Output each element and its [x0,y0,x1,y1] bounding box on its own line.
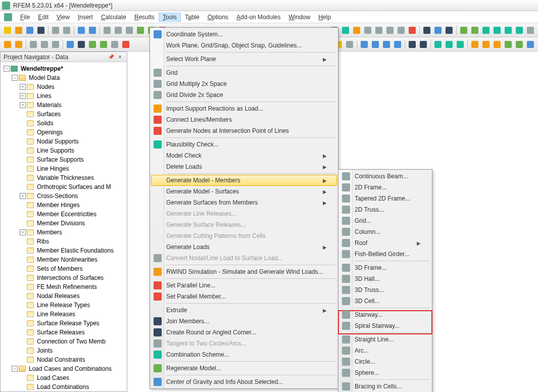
tb2-r14[interactable] [470,39,480,50]
tb-r14[interactable] [481,25,491,35]
menuitem-combination-scheme[interactable]: Combination Scheme... [151,349,337,360]
tree-item[interactable]: +Lines [2,91,126,101]
tree-item[interactable]: Line Releases [2,310,126,319]
tree-group-load[interactable]: − Load Cases and Combinations [2,364,126,373]
tb2-9[interactable] [99,39,109,50]
tb-r2[interactable] [340,25,351,35]
menuitem-grid-divide-2x-space[interactable]: Grid Divide 2x Space [151,89,337,101]
menuitem-join-members[interactable]: Join Members... [151,316,337,327]
expander-icon[interactable]: + [20,102,26,108]
tb-r9[interactable] [422,25,432,35]
tree-item[interactable]: Orthotropic Surfaces and M [2,182,126,191]
tb-open[interactable] [14,25,24,35]
tb-r3[interactable] [352,25,362,35]
tree-item[interactable]: +Nodes [2,82,126,91]
tree-item[interactable]: +Cross-Sections [2,191,126,201]
tb-r16[interactable] [503,25,513,35]
tb-copy[interactable] [113,25,123,35]
menuitem-tapered-2d-frame[interactable]: Tapered 2D Frame... [339,193,431,204]
tree-item[interactable]: Intersections of Surfaces [2,273,126,282]
tb2-r5[interactable] [359,39,369,50]
tb-r13[interactable] [470,25,480,35]
tree-item[interactable]: Nodal Releases [2,291,126,301]
expander-icon[interactable]: + [20,93,26,99]
tree-item[interactable]: Member Nonlinearities [2,255,126,264]
menu-insert[interactable]: Insert [74,13,97,22]
menuitem-3d-cell[interactable]: 3D Cell... [339,296,431,307]
tb2-7[interactable] [76,39,86,50]
menu-window[interactable]: Window [284,13,314,22]
tree-item[interactable]: Line Release Types [2,301,126,310]
tree-group-model[interactable]: − Model Data [2,73,126,82]
tb-r7[interactable] [396,25,406,35]
menuitem-3d-frame[interactable]: 3D Frame... [339,262,431,273]
tb2-8[interactable] [87,39,97,50]
menuitem-2d-truss[interactable]: 2D Truss... [339,204,431,215]
menuitem-generate-model-members[interactable]: Generate Model - Members▶ [151,175,337,186]
pin-icon[interactable]: 📌 [106,54,116,60]
menuitem-center-of-gravity-and-info-about-selected[interactable]: Center of Gravity and Info About Selecte… [151,376,337,387]
tb2-4[interactable] [39,39,50,50]
tb-a[interactable] [135,25,145,35]
tree-item[interactable]: Load Cases [2,373,126,382]
tree-item[interactable]: Joints [2,346,126,355]
tb2-11[interactable] [121,39,131,50]
expander-icon[interactable]: + [20,193,26,199]
menuitem-regenerate-model[interactable]: Regenerate Model... [151,363,337,374]
tree-item[interactable]: Connection of Two Memb [2,337,126,346]
tree-item[interactable]: Member Hinges [2,201,126,210]
tree-item[interactable]: +Materials [2,101,126,110]
menuitem-3d-hall[interactable]: 3D Hall... [339,273,431,284]
tb-new[interactable] [3,25,13,35]
tree-item[interactable]: Surface Supports [2,155,126,164]
tb2-5[interactable] [51,39,61,50]
menuitem-circle[interactable]: Circle... [339,356,431,367]
tb-preview[interactable] [62,25,72,35]
menuitem-fish-bellied-girder[interactable]: Fish-Bellied Girder... [339,249,431,260]
tb-r11[interactable] [444,25,454,35]
tb-redo[interactable] [87,25,97,35]
tree-item[interactable]: Sets of Members [2,264,126,273]
tb-save[interactable] [25,25,35,35]
tree-item[interactable]: Line Hinges [2,164,126,173]
tree-root[interactable]: − Wendeltreppe* [2,64,126,73]
tb-saveall[interactable] [36,25,46,35]
menu-edit[interactable]: Edit [34,13,53,22]
menuitem-extrude[interactable]: Extrude▶ [151,305,337,316]
tb2-r13[interactable] [455,39,465,50]
tree-item[interactable]: Load Combinations [2,382,126,391]
tb-print[interactable] [51,25,61,35]
tb2-r4[interactable] [345,39,355,50]
menuitem-column[interactable]: Column... [339,226,431,237]
menu-results[interactable]: Results [130,13,159,22]
menuitem-coordinate-system[interactable]: Coordinate System... [151,29,337,40]
tb2-r12[interactable] [444,39,454,50]
menu-add-on-modules[interactable]: Add-on Modules [232,13,284,22]
menuitem-roof[interactable]: Roof▶ [339,237,431,249]
tree-item[interactable]: FE Mesh Refinements [2,282,126,291]
menuitem-generate-model-surfaces[interactable]: Generate Model - Surfaces▶ [151,186,337,197]
tb2-1[interactable] [3,39,13,50]
menuitem-continuous-beam[interactable]: Continuous Beam... [339,171,431,182]
tb2-r8[interactable] [393,39,403,50]
tb-r17[interactable] [514,25,524,35]
navigator-tree[interactable]: − Wendeltreppe* − Model Data +Nodes+Line… [1,62,127,391]
menuitem-grid[interactable]: Grid... [339,215,431,226]
menu-calculate[interactable]: Calculate [97,13,130,22]
menu-help[interactable]: Help [314,13,335,22]
tb2-6[interactable] [65,39,75,50]
tb2-r16[interactable] [492,39,502,50]
menuitem-generate-loads[interactable]: Generate Loads▶ [151,241,337,253]
menuitem-rwind-simulation-simulate-and-generate-wind-loads[interactable]: RWIND Simulation - Simulate and Generate… [151,266,337,277]
tree-item[interactable]: Solids [2,119,126,128]
tb2-2[interactable] [14,39,24,50]
tb2-r9[interactable] [407,39,417,50]
tb2-r6[interactable] [370,39,380,50]
menuitem-stairway[interactable]: Stairway... [339,309,431,320]
tb-r12[interactable] [459,25,469,35]
tb2-r17[interactable] [503,39,513,50]
tb2-r18[interactable] [514,39,524,50]
expander-icon[interactable]: + [20,84,26,90]
tb2-r19[interactable] [525,39,535,50]
tb2-r15[interactable] [481,39,491,50]
